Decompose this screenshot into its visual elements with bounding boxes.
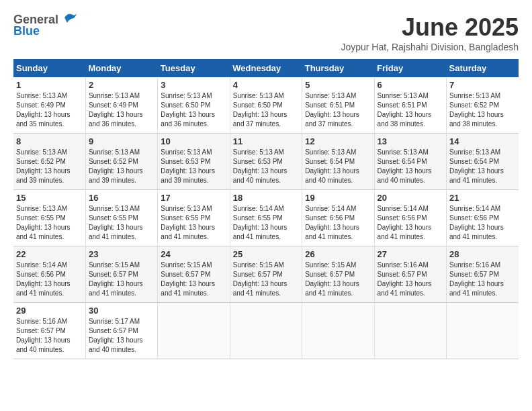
calendar-cell — [302, 303, 374, 359]
day-info: Sunrise: 5:13 AMSunset: 6:54 PMDaylight:… — [378, 148, 432, 184]
calendar-cell: 17 Sunrise: 5:13 AMSunset: 6:55 PMDaylig… — [158, 190, 230, 246]
calendar-cell: 8 Sunrise: 5:13 AMSunset: 6:52 PMDayligh… — [13, 134, 85, 190]
calendar-cell: 26 Sunrise: 5:15 AMSunset: 6:57 PMDaylig… — [302, 246, 374, 303]
calendar-cell: 4 Sunrise: 5:13 AMSunset: 6:50 PMDayligh… — [230, 77, 302, 134]
day-info: Sunrise: 5:14 AMSunset: 6:55 PMDaylight:… — [233, 205, 287, 240]
calendar-cell: 27 Sunrise: 5:16 AMSunset: 6:57 PMDaylig… — [374, 246, 446, 303]
header-tuesday: Tuesday — [158, 59, 230, 77]
calendar-subtitle: Joypur Hat, Rajshahi Division, Banglades… — [341, 42, 519, 52]
day-number: 10 — [161, 136, 226, 146]
day-number: 4 — [233, 80, 299, 90]
calendar-week-row: 29 Sunrise: 5:16 AMSunset: 6:57 PMDaylig… — [13, 303, 519, 359]
day-number: 15 — [16, 193, 83, 203]
header-sunday: Sunday — [13, 59, 85, 77]
day-info: Sunrise: 5:13 AMSunset: 6:54 PMDaylight:… — [449, 148, 504, 184]
day-number: 21 — [449, 193, 516, 203]
day-number: 2 — [89, 80, 154, 90]
calendar-cell — [158, 303, 230, 359]
day-number: 14 — [449, 136, 516, 146]
day-number: 20 — [378, 193, 443, 203]
day-number: 24 — [161, 249, 226, 259]
calendar-cell: 28 Sunrise: 5:16 AMSunset: 6:57 PMDaylig… — [447, 246, 519, 303]
calendar-cell: 10 Sunrise: 5:13 AMSunset: 6:53 PMDaylig… — [158, 134, 230, 190]
calendar-cell: 20 Sunrise: 5:14 AMSunset: 6:56 PMDaylig… — [374, 190, 446, 246]
header-monday: Monday — [85, 59, 157, 77]
day-number: 9 — [89, 136, 154, 146]
header-wednesday: Wednesday — [230, 59, 302, 77]
day-info: Sunrise: 5:15 AMSunset: 6:57 PMDaylight:… — [233, 261, 287, 297]
day-info: Sunrise: 5:13 AMSunset: 6:51 PMDaylight:… — [305, 92, 359, 128]
day-info: Sunrise: 5:13 AMSunset: 6:52 PMDaylight:… — [449, 92, 504, 128]
day-info: Sunrise: 5:13 AMSunset: 6:54 PMDaylight:… — [305, 148, 359, 184]
day-number: 25 — [233, 249, 299, 259]
day-info: Sunrise: 5:13 AMSunset: 6:52 PMDaylight:… — [16, 148, 71, 184]
day-info: Sunrise: 5:16 AMSunset: 6:57 PMDaylight:… — [449, 261, 504, 297]
calendar-cell: 14 Sunrise: 5:13 AMSunset: 6:54 PMDaylig… — [447, 134, 519, 190]
header-thursday: Thursday — [302, 59, 374, 77]
calendar-cell: 7 Sunrise: 5:13 AMSunset: 6:52 PMDayligh… — [447, 77, 519, 134]
day-number: 6 — [378, 80, 443, 90]
calendar-table: Sunday Monday Tuesday Wednesday Thursday… — [13, 59, 519, 359]
calendar-cell: 18 Sunrise: 5:14 AMSunset: 6:55 PMDaylig… — [230, 190, 302, 246]
calendar-cell: 9 Sunrise: 5:13 AMSunset: 6:52 PMDayligh… — [85, 134, 157, 190]
day-info: Sunrise: 5:14 AMSunset: 6:56 PMDaylight:… — [449, 205, 504, 240]
day-info: Sunrise: 5:13 AMSunset: 6:49 PMDaylight:… — [16, 92, 71, 128]
calendar-cell: 24 Sunrise: 5:15 AMSunset: 6:57 PMDaylig… — [158, 246, 230, 303]
calendar-cell: 30 Sunrise: 5:17 AMSunset: 6:57 PMDaylig… — [85, 303, 157, 359]
day-number: 23 — [89, 249, 154, 259]
calendar-cell: 2 Sunrise: 5:13 AMSunset: 6:49 PMDayligh… — [85, 77, 157, 134]
calendar-title: June 2025 — [341, 13, 519, 42]
day-number: 27 — [378, 249, 443, 259]
calendar-cell: 19 Sunrise: 5:14 AMSunset: 6:56 PMDaylig… — [302, 190, 374, 246]
logo-blue: Blue — [13, 25, 40, 37]
calendar-cell: 16 Sunrise: 5:13 AMSunset: 6:55 PMDaylig… — [85, 190, 157, 246]
calendar-week-row: 8 Sunrise: 5:13 AMSunset: 6:52 PMDayligh… — [13, 134, 519, 190]
calendar-cell: 5 Sunrise: 5:13 AMSunset: 6:51 PMDayligh… — [302, 77, 374, 134]
calendar-cell: 12 Sunrise: 5:13 AMSunset: 6:54 PMDaylig… — [302, 134, 374, 190]
day-info: Sunrise: 5:14 AMSunset: 6:56 PMDaylight:… — [378, 205, 432, 240]
day-info: Sunrise: 5:13 AMSunset: 6:50 PMDaylight:… — [161, 92, 215, 128]
day-info: Sunrise: 5:17 AMSunset: 6:57 PMDaylight:… — [89, 318, 143, 353]
day-number: 5 — [305, 80, 371, 90]
day-number: 19 — [305, 193, 371, 203]
day-info: Sunrise: 5:14 AMSunset: 6:56 PMDaylight:… — [16, 261, 71, 297]
logo-bird-icon — [63, 12, 78, 24]
day-number: 26 — [305, 249, 371, 259]
day-info: Sunrise: 5:13 AMSunset: 6:53 PMDaylight:… — [233, 148, 287, 184]
calendar-cell — [230, 303, 302, 359]
day-info: Sunrise: 5:15 AMSunset: 6:57 PMDaylight:… — [89, 261, 143, 297]
day-number: 16 — [89, 193, 154, 203]
day-number: 3 — [161, 80, 226, 90]
day-info: Sunrise: 5:14 AMSunset: 6:56 PMDaylight:… — [305, 205, 359, 240]
day-number: 12 — [305, 136, 371, 146]
title-area: June 2025 Joypur Hat, Rajshahi Division,… — [341, 13, 519, 52]
header-saturday: Saturday — [447, 59, 519, 77]
calendar-cell: 3 Sunrise: 5:13 AMSunset: 6:50 PMDayligh… — [158, 77, 230, 134]
day-info: Sunrise: 5:16 AMSunset: 6:57 PMDaylight:… — [378, 261, 432, 297]
page-header: General Blue June 2025 Joypur Hat, Rajsh… — [13, 13, 519, 52]
day-number: 8 — [16, 136, 83, 146]
calendar-cell: 15 Sunrise: 5:13 AMSunset: 6:55 PMDaylig… — [13, 190, 85, 246]
day-number: 13 — [378, 136, 443, 146]
day-info: Sunrise: 5:13 AMSunset: 6:53 PMDaylight:… — [161, 148, 215, 184]
calendar-cell: 1 Sunrise: 5:13 AMSunset: 6:49 PMDayligh… — [13, 77, 85, 134]
calendar-cell: 11 Sunrise: 5:13 AMSunset: 6:53 PMDaylig… — [230, 134, 302, 190]
day-number: 28 — [449, 249, 516, 259]
day-info: Sunrise: 5:13 AMSunset: 6:52 PMDaylight:… — [89, 148, 143, 184]
calendar-week-row: 22 Sunrise: 5:14 AMSunset: 6:56 PMDaylig… — [13, 246, 519, 303]
day-info: Sunrise: 5:13 AMSunset: 6:51 PMDaylight:… — [378, 92, 432, 128]
day-number: 7 — [449, 80, 516, 90]
day-info: Sunrise: 5:13 AMSunset: 6:49 PMDaylight:… — [89, 92, 143, 128]
day-number: 11 — [233, 136, 299, 146]
day-number: 22 — [16, 249, 83, 259]
day-headers-row: Sunday Monday Tuesday Wednesday Thursday… — [13, 59, 519, 77]
calendar-cell: 23 Sunrise: 5:15 AMSunset: 6:57 PMDaylig… — [85, 246, 157, 303]
day-info: Sunrise: 5:15 AMSunset: 6:57 PMDaylight:… — [305, 261, 359, 297]
calendar-cell — [374, 303, 446, 359]
day-number: 29 — [16, 306, 83, 316]
calendar-cell: 6 Sunrise: 5:13 AMSunset: 6:51 PMDayligh… — [374, 77, 446, 134]
header-friday: Friday — [374, 59, 446, 77]
calendar-cell: 29 Sunrise: 5:16 AMSunset: 6:57 PMDaylig… — [13, 303, 85, 359]
day-number: 30 — [89, 306, 154, 316]
calendar-cell: 25 Sunrise: 5:15 AMSunset: 6:57 PMDaylig… — [230, 246, 302, 303]
